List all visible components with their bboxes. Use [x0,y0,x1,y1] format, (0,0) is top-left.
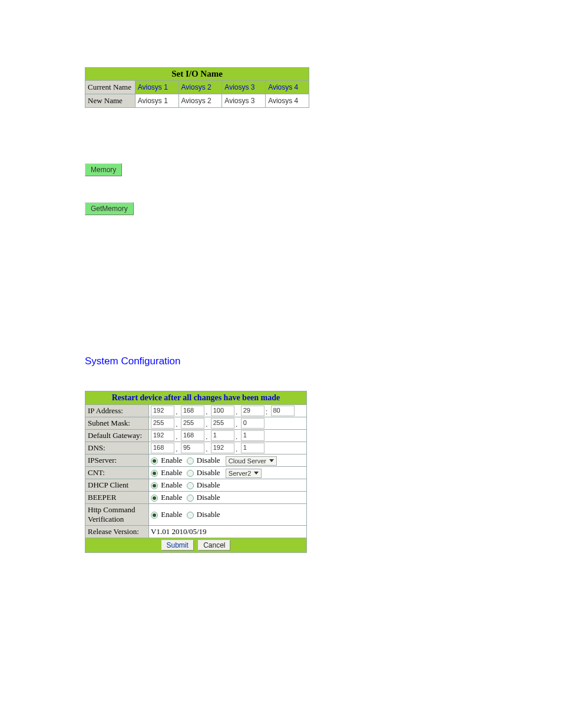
gw-octet-3[interactable]: 1 [211,430,234,441]
ipserver-disable-radio[interactable] [187,457,194,465]
dhcp-enable-label: Enable [161,480,182,489]
new-name-row: New Name Aviosys 1 Aviosys 2 Aviosys 3 A… [85,94,309,108]
subnet-octet-3[interactable]: 255 [211,418,234,429]
new-name-3[interactable]: Aviosys 3 [222,94,266,108]
ipserver-dropdown-value: Cloud Server [229,457,266,465]
dhcp-disable-label: Disable [197,480,220,489]
dhcp-enable-radio[interactable] [151,482,158,489]
chevron-down-icon [254,472,259,475]
subnet-octet-4[interactable]: 0 [241,418,265,429]
beeper-disable-radio[interactable] [187,495,194,502]
ip-address-label: IP Address: [85,405,149,417]
dns-octet-2[interactable]: 95 [181,443,204,453]
httpcmd-row: Http Command Verification Enable Disable [85,504,307,526]
beeper-label: BEEPER [85,492,149,504]
cnt-dropdown[interactable]: Server2 [226,469,262,478]
current-name-4: Aviosys 4 [266,81,309,94]
io-table-title: Set I/O Name [85,68,309,81]
new-name-4[interactable]: Aviosys 4 [266,94,309,108]
cnt-enable-radio[interactable] [151,470,158,477]
set-io-name-table: Set I/O Name Current Name Aviosys 1 Avio… [85,67,309,108]
httpcmd-disable-radio[interactable] [187,512,194,519]
dns-octet-1[interactable]: 168 [151,443,174,453]
ip-port[interactable]: 80 [271,406,295,416]
dns-octet-3[interactable]: 192 [211,443,234,453]
beeper-enable-label: Enable [161,493,182,502]
new-name-2[interactable]: Aviosys 2 [178,94,222,108]
current-name-3: Aviosys 3 [222,81,266,94]
system-configuration-table: Restart device after all changes have be… [85,391,307,553]
ipserver-enable-label: Enable [161,456,182,465]
beeper-enable-radio[interactable] [151,495,158,502]
submit-button[interactable]: Submit [161,540,194,551]
chevron-down-icon [269,459,274,462]
subnet-row: Subnet Mask: 255. 255. 255. 0 [85,417,307,430]
dhcp-disable-radio[interactable] [187,482,194,489]
current-name-row: Current Name Aviosys 1 Aviosys 2 Aviosys… [85,81,309,94]
cancel-button[interactable]: Cancel [198,540,230,551]
ipserver-enable-radio[interactable] [151,457,158,465]
cnt-row: CNT: Enable Disable Server2 [85,467,307,479]
httpcmd-disable-label: Disable [197,510,220,519]
release-value: V1.01 2010/05/19 [149,526,307,538]
gw-octet-2[interactable]: 168 [181,430,204,441]
dhcp-row: DHCP Client Enable Disable [85,479,307,492]
gw-octet-4[interactable]: 1 [241,430,265,441]
httpcmd-enable-radio[interactable] [151,512,158,519]
ipserver-label: IPServer: [85,454,149,467]
gateway-label: Default Gateway: [85,430,149,442]
cnt-disable-radio[interactable] [187,470,194,477]
httpcmd-enable-label: Enable [161,510,182,519]
subnet-octet-1[interactable]: 255 [151,418,174,429]
ipserver-row: IPServer: Enable Disable Cloud Server [85,454,307,467]
form-footer: Submit Cancel [85,538,307,553]
subnet-label: Subnet Mask: [85,417,149,430]
current-name-1: Aviosys 1 [135,81,178,94]
beeper-disable-label: Disable [197,493,220,502]
restart-banner: Restart device after all changes have be… [85,391,307,405]
new-name-label: New Name [85,94,135,108]
release-label: Release Version: [85,526,149,538]
httpcmd-label: Http Command Verification [85,504,149,526]
ipserver-disable-label: Disable [197,456,220,465]
ip-octet-3[interactable]: 100 [211,406,234,416]
cnt-dropdown-value: Server2 [229,470,252,477]
current-name-label: Current Name [85,81,135,94]
beeper-row: BEEPER Enable Disable [85,492,307,504]
cnt-enable-label: Enable [161,468,182,477]
dns-row: DNS: 168. 95. 192. 1 [85,442,307,454]
cnt-disable-label: Disable [197,468,220,477]
gw-octet-1[interactable]: 192 [151,430,174,441]
system-configuration-heading: System Configuration [85,355,562,367]
current-name-2: Aviosys 2 [178,81,222,94]
memory-button[interactable]: Memory [85,163,122,176]
release-row: Release Version: V1.01 2010/05/19 [85,526,307,538]
ip-octet-1[interactable]: 192 [151,406,174,416]
dns-label: DNS: [85,442,149,454]
dhcp-label: DHCP Client [85,479,149,492]
cnt-label: CNT: [85,467,149,479]
ip-octet-4[interactable]: 29 [241,406,265,416]
new-name-1[interactable]: Aviosys 1 [135,94,178,108]
gateway-row: Default Gateway: 192. 168. 1. 1 [85,430,307,442]
ip-octet-2[interactable]: 168 [181,406,204,416]
get-memory-button[interactable]: GetMemory [85,202,134,215]
dns-octet-4[interactable]: 1 [241,443,265,453]
ipserver-dropdown[interactable]: Cloud Server [226,456,277,466]
ip-address-row: IP Address: 192. 168. 100. 29: 80 [85,405,307,417]
subnet-octet-2[interactable]: 255 [181,418,204,429]
